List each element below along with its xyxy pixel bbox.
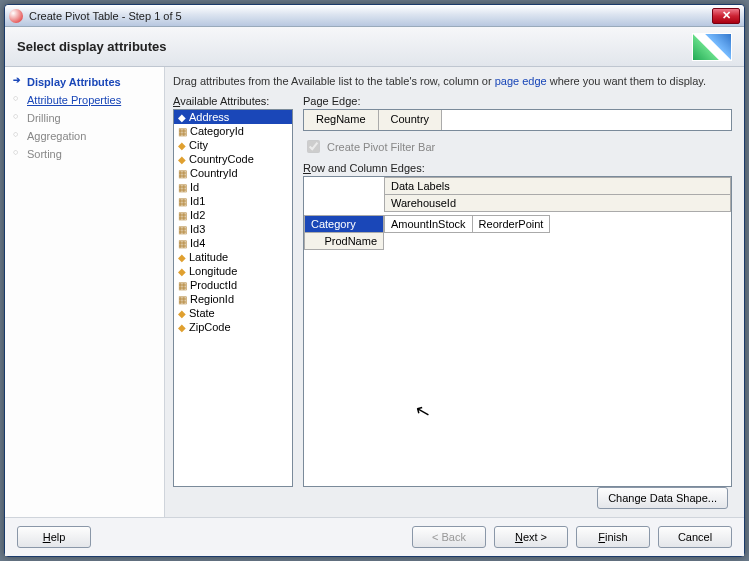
available-item[interactable]: City	[174, 138, 292, 152]
wizard-window: Create Pivot Table - Step 1 of 5 ✕ Selec…	[4, 4, 745, 557]
page-edge-link[interactable]: page edge	[495, 75, 547, 87]
available-item[interactable]: ProductId	[174, 278, 292, 292]
row-edge-item[interactable]: ProdName	[304, 232, 384, 250]
column-edge-item[interactable]: WarehouseId	[384, 194, 731, 212]
app-icon	[9, 9, 23, 23]
titlebar[interactable]: Create Pivot Table - Step 1 of 5 ✕	[5, 5, 744, 27]
page-edge-dropzone[interactable]: RegNameCountry	[303, 109, 732, 131]
header-logo	[692, 33, 732, 61]
available-item[interactable]: Longitude	[174, 264, 292, 278]
available-item[interactable]: Address	[174, 110, 292, 124]
available-item[interactable]: CountryCode	[174, 152, 292, 166]
page-title: Select display attributes	[17, 39, 167, 54]
page-edge-label: Page Edge:	[303, 95, 732, 107]
row-edge-item[interactable]: Category	[304, 215, 384, 233]
data-edge-item[interactable]: ReorderPoint	[472, 215, 551, 233]
wizard-footer: Help < Back Next > Finish Cancel	[5, 517, 744, 556]
back-button: < Back	[412, 526, 486, 548]
next-button[interactable]: Next >	[494, 526, 568, 548]
available-item[interactable]: Id	[174, 180, 292, 194]
available-item[interactable]: Id3	[174, 222, 292, 236]
available-item[interactable]: Latitude	[174, 250, 292, 264]
available-item[interactable]: ZipCode	[174, 320, 292, 334]
available-item[interactable]: RegionId	[174, 292, 292, 306]
sidebar-step-3: Aggregation	[5, 127, 164, 145]
finish-button[interactable]: Finish	[576, 526, 650, 548]
data-edge-item[interactable]: AmountInStock	[384, 215, 473, 233]
available-item[interactable]: CountryId	[174, 166, 292, 180]
rowcol-label: Row and Column Edges:	[303, 162, 732, 174]
window-title: Create Pivot Table - Step 1 of 5	[29, 10, 182, 22]
sidebar-step-2: Drilling	[5, 109, 164, 127]
change-data-shape-button[interactable]: Change Data Shape...	[597, 487, 728, 509]
page-edge-item[interactable]: RegName	[304, 110, 379, 130]
cancel-button[interactable]: Cancel	[658, 526, 732, 548]
sidebar-step-4: Sorting	[5, 145, 164, 163]
close-icon[interactable]: ✕	[712, 8, 740, 24]
wizard-steps-sidebar: Display AttributesAttribute PropertiesDr…	[5, 67, 165, 517]
create-filter-label: Create Pivot Filter Bar	[327, 141, 435, 153]
available-label: Available Attributes:	[173, 95, 293, 107]
available-attributes-list[interactable]: AddressCategoryIdCityCountryCodeCountryI…	[173, 109, 293, 487]
create-filter-checkbox	[307, 140, 320, 153]
sidebar-step-0: Display Attributes	[5, 73, 164, 91]
help-button[interactable]: Help	[17, 526, 91, 548]
available-item[interactable]: Id1	[174, 194, 292, 208]
available-item[interactable]: State	[174, 306, 292, 320]
available-item[interactable]: Id4	[174, 236, 292, 250]
wizard-header: Select display attributes	[5, 27, 744, 67]
column-edge-item[interactable]: Data Labels	[384, 177, 731, 195]
available-item[interactable]: Id2	[174, 208, 292, 222]
rowcol-edges-dropzone[interactable]: Data LabelsWarehouseId CategoryProdName …	[303, 176, 732, 487]
sidebar-step-1[interactable]: Attribute Properties	[5, 91, 164, 109]
available-item[interactable]: CategoryId	[174, 124, 292, 138]
instruction-text: Drag attributes from the Available list …	[173, 75, 732, 87]
page-edge-item[interactable]: Country	[379, 110, 443, 130]
